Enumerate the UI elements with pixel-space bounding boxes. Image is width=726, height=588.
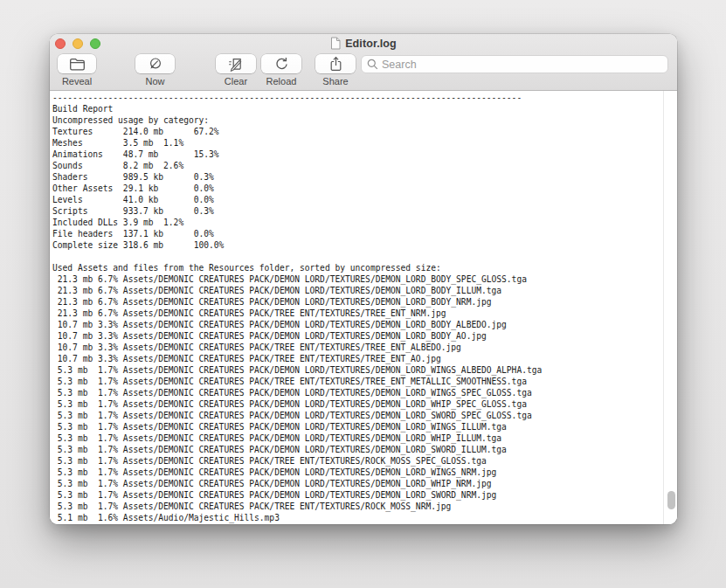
title-bar[interactable]: Editor.log (50, 34, 677, 52)
reload-icon (274, 57, 289, 72)
console-window: Editor.log Reveal Now (50, 34, 677, 524)
search-input[interactable] (382, 59, 667, 71)
window-title: Editor.log (345, 38, 397, 50)
jump-to-now-icon (148, 57, 162, 72)
clear-button-label: Clear (216, 76, 256, 86)
reload-button-label: Reload (261, 76, 301, 86)
log-viewport[interactable]: ----------------------------------------… (50, 91, 677, 524)
window-header: Editor.log Reveal Now (50, 34, 677, 91)
reveal-button[interactable] (58, 54, 96, 73)
share-icon (329, 56, 342, 72)
share-button-label: Share (315, 76, 356, 86)
scrollbar-thumb[interactable] (667, 491, 675, 509)
now-button-label: Now (135, 76, 175, 86)
reveal-button-label: Reveal (58, 76, 96, 86)
scrollbar-track[interactable] (663, 91, 677, 524)
search-icon (367, 59, 378, 70)
reload-button[interactable] (261, 54, 301, 73)
folder-icon (69, 58, 86, 71)
now-button[interactable] (135, 54, 175, 73)
log-content: ----------------------------------------… (50, 91, 677, 523)
share-button[interactable] (315, 54, 356, 73)
desktop: { "window": { "title": "Editor.log", "co… (0, 0, 726, 588)
clear-icon (228, 57, 244, 72)
document-proxy-icon (330, 37, 341, 50)
search-field[interactable] (361, 55, 668, 73)
clear-button[interactable] (216, 54, 256, 73)
